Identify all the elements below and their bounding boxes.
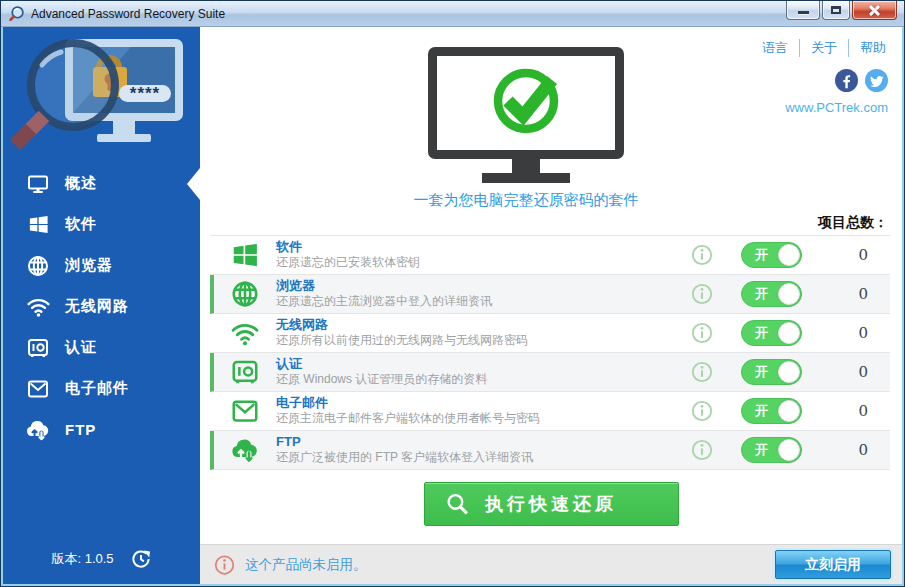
activate-now-button[interactable]: 立刻启用 xyxy=(775,550,891,579)
content-area: 语言 关于 帮助 www.PCTrek.com xyxy=(200,27,902,584)
titlebar: Advanced Password Recovery Suite xyxy=(1,1,904,27)
row-count: 0 xyxy=(802,285,890,303)
minimize-icon xyxy=(798,11,809,14)
toggle-label: 开 xyxy=(755,285,768,303)
window-controls xyxy=(786,1,897,20)
active-arrow xyxy=(187,168,200,200)
main-area: **** 概述 软件 xyxy=(1,27,904,586)
toggle-knob xyxy=(778,439,800,461)
sidebar: **** 概述 软件 xyxy=(3,27,200,584)
toggle-switch[interactable]: 开 xyxy=(741,437,802,463)
toggle-label: 开 xyxy=(755,441,768,459)
row-title: 软件 xyxy=(276,240,691,255)
version-label: 版本: 1.0.5 xyxy=(51,550,113,568)
app-icon xyxy=(8,5,25,22)
toggle-switch[interactable]: 开 xyxy=(741,281,802,307)
toggle-knob xyxy=(778,322,800,344)
windows-icon xyxy=(25,212,51,238)
info-icon[interactable] xyxy=(691,322,713,344)
table-row-ftp: FTP 还原广泛被使用的 FTP 客户端软体登入详细资讯 开 0 xyxy=(210,431,890,470)
tagline: 一套为您电脑完整还原密码的套件 xyxy=(414,191,639,210)
ftp-cloud-icon xyxy=(230,435,276,465)
toggle-switch[interactable]: 开 xyxy=(741,320,802,346)
toggle-switch[interactable]: 开 xyxy=(741,242,802,268)
safe-icon xyxy=(230,357,276,387)
row-desc: 还原遗忘的已安装软体密钥 xyxy=(276,256,691,270)
check-update-icon[interactable] xyxy=(130,548,152,570)
sidebar-item-overview[interactable]: 概述 xyxy=(3,163,200,204)
minimize-button[interactable] xyxy=(786,1,820,20)
row-title: FTP xyxy=(276,435,691,450)
info-icon[interactable] xyxy=(691,439,713,461)
toggle-label: 开 xyxy=(755,402,768,420)
sidebar-item-label: 认证 xyxy=(65,338,97,357)
globe-icon xyxy=(25,253,51,279)
row-count: 0 xyxy=(802,324,890,342)
row-title: 浏览器 xyxy=(276,279,691,294)
row-title: 认证 xyxy=(276,357,691,372)
toggle-switch[interactable]: 开 xyxy=(741,398,802,424)
table-row-email: 电子邮件 还原主流电子邮件客户端软体的使用者帐号与密码 开 0 xyxy=(210,392,890,431)
status-message: 这个产品尚未启用。 xyxy=(245,556,367,574)
close-icon xyxy=(868,4,881,17)
sidebar-item-label: 浏览器 xyxy=(65,256,113,275)
globe-icon xyxy=(230,279,276,309)
table-row-software: 软件 还原遗忘的已安装软体密钥 开 0 xyxy=(210,236,890,275)
window-title: Advanced Password Recovery Suite xyxy=(31,7,225,21)
sidebar-item-credentials[interactable]: 认证 xyxy=(3,327,200,368)
info-icon[interactable] xyxy=(691,283,713,305)
sidebar-item-label: 电子邮件 xyxy=(65,379,129,398)
toggle-switch[interactable]: 开 xyxy=(741,359,802,385)
row-count: 0 xyxy=(802,363,890,381)
total-items-label: 项目总数： xyxy=(200,214,902,232)
search-icon xyxy=(445,492,470,517)
row-count: 0 xyxy=(802,441,890,459)
logo-graphic: **** xyxy=(11,35,193,153)
row-desc: 还原遗忘的主流浏览器中登入的详细资讯 xyxy=(276,295,691,309)
sidebar-item-email[interactable]: 电子邮件 xyxy=(3,368,200,409)
sidebar-item-software[interactable]: 软件 xyxy=(3,204,200,245)
close-button[interactable] xyxy=(852,1,897,20)
maximize-button[interactable] xyxy=(822,1,850,20)
info-icon[interactable] xyxy=(691,244,713,266)
password-mask: **** xyxy=(130,84,160,103)
row-title: 电子邮件 xyxy=(276,396,691,411)
app-logo: **** xyxy=(3,27,200,157)
safe-icon xyxy=(25,335,51,361)
row-title: 无线网路 xyxy=(276,318,691,333)
wifi-icon xyxy=(25,294,51,320)
warning-info-icon xyxy=(214,554,235,575)
table-row-browser: 浏览器 还原遗忘的主流浏览器中登入的详细资讯 开 0 xyxy=(210,275,890,314)
app-window: Advanced Password Recovery Suite **** xyxy=(0,0,905,587)
maximize-icon xyxy=(831,6,841,14)
toggle-label: 开 xyxy=(755,363,768,381)
sidebar-item-browser[interactable]: 浏览器 xyxy=(3,245,200,286)
row-desc: 还原广泛被使用的 FTP 客户端软体登入详细资讯 xyxy=(276,451,691,465)
envelope-icon xyxy=(230,396,276,426)
status-bar: 这个产品尚未启用。 立刻启用 xyxy=(200,544,902,584)
feature-list: 软件 还原遗忘的已安装软体密钥 开 0 浏览器 还原遗忘的主流浏览器中登入的详细… xyxy=(210,235,890,470)
sidebar-item-wireless[interactable]: 无线网路 xyxy=(3,286,200,327)
quick-restore-button[interactable]: 执行快速还原 xyxy=(424,482,679,526)
hero-section: 一套为您电脑完整还原密码的套件 xyxy=(200,27,877,210)
wifi-icon xyxy=(230,318,276,348)
toggle-knob xyxy=(778,400,800,422)
info-icon[interactable] xyxy=(691,400,713,422)
sidebar-footer: 版本: 1.0.5 xyxy=(3,538,200,584)
sidebar-item-label: 概述 xyxy=(65,174,97,193)
toggle-knob xyxy=(778,283,800,305)
envelope-icon xyxy=(25,376,51,402)
toggle-knob xyxy=(778,361,800,383)
monitor-check-graphic xyxy=(426,47,626,185)
row-desc: 还原 Windows 认证管理员的存储的资料 xyxy=(276,373,691,387)
sidebar-item-label: 无线网路 xyxy=(65,297,129,316)
table-row-wireless: 无线网路 还原所有以前使用过的无线网路与无线网路密码 开 0 xyxy=(210,314,890,353)
sidebar-item-label: FTP xyxy=(65,421,96,438)
sidebar-item-ftp[interactable]: FTP xyxy=(3,409,200,450)
table-row-credentials: 认证 还原 Windows 认证管理员的存储的资料 开 0 xyxy=(210,353,890,392)
sidebar-nav: 概述 软件 浏览器 无线网路 认证 xyxy=(3,163,200,450)
windows-icon xyxy=(230,240,276,270)
ftp-cloud-icon xyxy=(25,417,51,443)
info-icon[interactable] xyxy=(691,361,713,383)
row-count: 0 xyxy=(802,402,890,420)
